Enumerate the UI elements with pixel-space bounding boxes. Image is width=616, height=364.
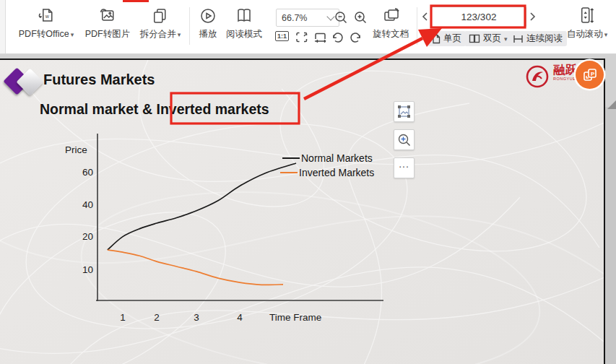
toolbar-separator	[189, 7, 190, 45]
svg-text:P: P	[591, 71, 595, 77]
split-merge-button[interactable]: 拆分合并▾	[140, 5, 181, 40]
page-number-input[interactable]	[431, 6, 526, 27]
single-page-icon	[432, 34, 441, 44]
zoom-in-icon	[353, 10, 368, 25]
double-page-icon	[469, 34, 480, 43]
chevron-right-icon	[529, 12, 537, 22]
toolbar-separator	[417, 7, 417, 45]
chevron-down-icon: ▾	[71, 31, 74, 38]
converter-icon: P	[582, 67, 598, 83]
pdf-to-office-icon: w	[37, 5, 56, 27]
scrollbar-gutter[interactable]	[605, 107, 616, 364]
legend-item-inverted: Inverted Markets	[280, 167, 374, 178]
fit-page-icon	[295, 31, 309, 44]
auto-scroll-icon	[578, 5, 597, 27]
chevron-down-icon: ▾	[504, 35, 508, 43]
pdf-to-office-label: PDF转Office	[19, 28, 69, 40]
legend-dash-normal	[282, 157, 300, 159]
continuous-reading-toggle[interactable]: 连续阅读	[508, 31, 567, 46]
next-page-button[interactable]	[528, 9, 538, 24]
zoom-in-button[interactable]	[353, 10, 368, 25]
continuous-reading-icon	[513, 35, 524, 43]
fit-width-icon	[313, 31, 328, 44]
double-page-toggle[interactable]: 双页 ▾	[464, 31, 512, 46]
rotate-ccw-icon	[331, 31, 345, 44]
rotate-ccw-button[interactable]	[331, 31, 345, 44]
pdf-converter-fab[interactable]: P	[576, 61, 604, 89]
fit-page-button[interactable]	[295, 31, 309, 44]
split-merge-label: 拆分合并	[140, 28, 176, 40]
zoom-level-select[interactable]: 66.7%	[276, 9, 339, 27]
pdf-page: Futures Markets Normal market & Inverted…	[0, 58, 605, 364]
single-page-toggle[interactable]: 单页	[428, 31, 466, 46]
slide-heading: Normal market & Inverted markets	[40, 101, 269, 118]
more-icon: ...	[399, 158, 409, 170]
reading-mode-label: 阅读模式	[226, 28, 262, 40]
rotate-document-button[interactable]: 旋转文档	[373, 5, 409, 40]
one-to-one-icon: 1:1	[275, 31, 289, 41]
zoom-level-value: 66.7%	[282, 13, 307, 23]
chevron-down-icon: ▾	[178, 31, 181, 38]
reading-mode-icon	[235, 5, 253, 27]
rotate-document-label: 旋转文档	[373, 28, 409, 40]
fit-width-button[interactable]	[313, 31, 328, 44]
snapshot-icon	[397, 105, 411, 118]
slide-title: Futures Markets	[43, 72, 155, 88]
rotate-cw-button[interactable]	[348, 31, 363, 44]
double-page-label: 双页	[483, 32, 501, 45]
magnifier-plus-icon	[397, 133, 412, 147]
normal-markets-line	[108, 163, 296, 250]
sidebar-edge	[0, 0, 6, 53]
chevron-left-icon	[421, 12, 428, 22]
actual-size-button[interactable]: 1:1	[275, 31, 289, 41]
brand-mark-icon	[524, 64, 550, 90]
play-button[interactable]: 播放	[199, 5, 217, 40]
more-tools-button[interactable]: ...	[394, 157, 415, 178]
magnify-button[interactable]	[394, 129, 415, 150]
split-merge-icon	[151, 5, 170, 27]
rotate-document-icon	[381, 5, 401, 27]
legend-item-normal: Normal Markets	[282, 152, 373, 164]
inverted-markets-line	[108, 250, 283, 285]
reading-mode-button[interactable]: 阅读模式	[226, 5, 262, 40]
slide-heading-inverted: Inverted markets	[156, 101, 269, 117]
pdf-to-image-label: PDF转图片	[85, 28, 131, 40]
snapshot-button[interactable]	[394, 101, 415, 122]
legend-label-inverted: Inverted Markets	[299, 167, 374, 178]
single-page-label: 单页	[443, 32, 461, 45]
rotate-cw-icon	[348, 31, 363, 44]
svg-text:w: w	[45, 14, 50, 19]
scroll-corner-arrow	[605, 97, 616, 111]
legend-label-normal: Normal Markets	[301, 152, 373, 164]
auto-scroll-label: 自动滚动	[567, 28, 603, 40]
continuous-reading-label: 连续阅读	[526, 32, 563, 45]
legend-dash-inverted	[280, 172, 298, 173]
toolbar: w PDF转Office▾ PDF转图片 拆分合并▾	[0, 0, 616, 54]
chevron-down-icon: ▾	[604, 31, 608, 38]
play-label: 播放	[199, 28, 217, 40]
pdf-to-office-button[interactable]: w PDF转Office▾	[19, 5, 74, 40]
zoom-out-button[interactable]	[334, 10, 349, 25]
auto-scroll-button[interactable]: 自动滚动▾	[567, 5, 608, 40]
zoom-out-icon	[334, 10, 349, 25]
pdf-to-image-button[interactable]: PDF转图片	[85, 5, 131, 40]
slide-heading-normal: Normal market &	[40, 101, 156, 117]
play-icon	[199, 5, 217, 27]
document-canvas: Futures Markets Normal market & Inverted…	[0, 53, 616, 364]
prev-page-button[interactable]	[420, 9, 430, 24]
pdf-to-image-icon	[98, 5, 117, 27]
